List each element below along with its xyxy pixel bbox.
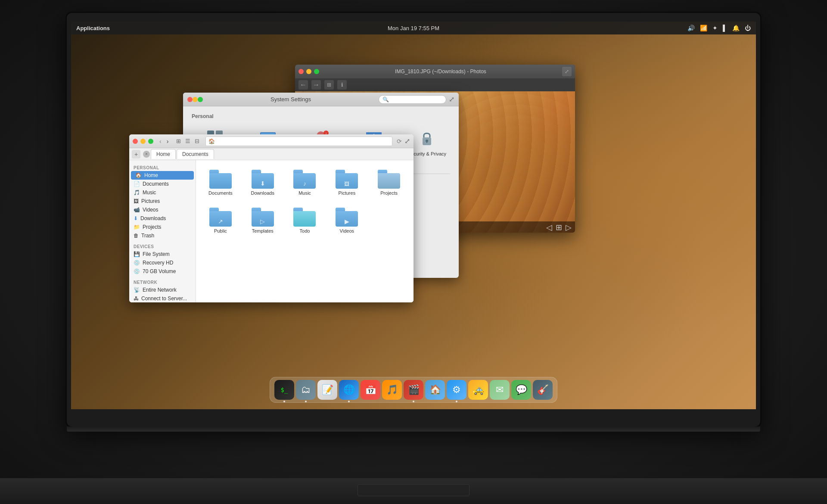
sidebar-item-music[interactable]: 🎵 Music [129, 188, 196, 197]
photos-maximize-button[interactable] [314, 69, 319, 74]
files-refresh-icon[interactable]: ⟳ [397, 138, 402, 145]
folder-templates-icon: ▷ [252, 208, 274, 227]
settings-expand-icon[interactable]: ⤢ [449, 95, 454, 103]
folder-pictures[interactable]: 🖼 Pictures [329, 167, 364, 198]
sidebar-item-documents[interactable]: 📄 Documents [129, 180, 196, 188]
sidebar-item-downloads[interactable]: ⬇ Downloads [129, 214, 196, 223]
files-close-button[interactable] [133, 139, 138, 144]
files-back-button[interactable]: ‹ [158, 137, 163, 146]
dock-item-taxi[interactable]: 🚕 [468, 380, 488, 400]
power-icon[interactable]: ⏻ [745, 25, 751, 31]
trash-sidebar-icon: 🗑 [134, 233, 139, 239]
folder-templates-label: Templates [252, 228, 274, 233]
folder-pictures-icon: 🖼 [336, 170, 358, 189]
sidebar-item-pictures[interactable]: 🖼 Pictures [129, 197, 196, 205]
photos-close-button[interactable] [298, 69, 304, 74]
dock-item-chat[interactable]: 💬 [511, 380, 531, 400]
photos-titlebar: IMG_1810.JPG (~/Downloads) - Photos ⤢ [295, 65, 575, 78]
dock-item-music[interactable]: 🎵 [382, 380, 402, 400]
settings-personal-label: Personal [192, 113, 450, 119]
files-sidebar: Personal 🏠 Home 📄 Documents 🎵 Music [129, 160, 196, 302]
files-minimize-button[interactable] [140, 139, 146, 144]
folder-videos-icon: ▶ [336, 208, 358, 227]
files-grid-view-button[interactable]: ⊞ [174, 137, 183, 145]
bluetooth-icon[interactable]: ✦ [712, 25, 718, 31]
sidebar-item-projects[interactable]: 📁 Projects [129, 223, 196, 231]
sidebar-item-trash[interactable]: 🗑 Trash [129, 231, 196, 240]
battery-icon[interactable]: ▌ [723, 25, 727, 31]
folder-public[interactable]: ↗ Public [203, 205, 238, 236]
files-address-input[interactable] [205, 137, 392, 146]
tab-home[interactable]: Home [151, 149, 176, 159]
sidebar-volume-label: 70 GB Volume [143, 268, 176, 274]
folder-documents[interactable]: Documents [203, 167, 238, 198]
folder-videos[interactable]: ▶ Videos [329, 205, 364, 236]
photos-expand-button[interactable]: ⤢ [562, 67, 572, 76]
terminal-dot [283, 401, 285, 402]
dock-item-video[interactable]: 🎬 [404, 380, 423, 400]
sidebar-item-filesystem[interactable]: 💾 File System [129, 250, 196, 258]
guitar-icon: 🎸 [537, 384, 549, 395]
tab-add-button[interactable]: + [132, 150, 140, 159]
dock-item-guitar[interactable]: 🎸 [533, 380, 553, 400]
tab-home-label: Home [156, 151, 170, 157]
sidebar-item-entire-network[interactable]: 📡 Entire Network [129, 286, 196, 294]
dock-item-notes[interactable]: 🏠 [425, 380, 445, 400]
dock-item-mail[interactable]: ✉ [490, 380, 510, 400]
folder-projects[interactable]: Projects [371, 167, 407, 198]
files-expand-icon[interactable]: ⤢ [404, 137, 410, 145]
files-maximize-button[interactable] [148, 139, 153, 144]
photos-minimize-button[interactable] [306, 69, 311, 74]
dock-item-calendar[interactable]: 📅 [361, 380, 380, 400]
photos-info-icon[interactable]: ℹ [337, 80, 347, 90]
tab-close-button[interactable]: × [143, 151, 150, 158]
sidebar-item-home[interactable]: 🏠 Home [131, 171, 194, 180]
files-forward-button[interactable]: › [165, 137, 171, 146]
menubar: Applications Mon Jan 19 7:55 PM 🔊 📶 ✦ ▌ … [71, 22, 756, 34]
trackpad[interactable] [358, 484, 469, 496]
photos-back-icon[interactable]: ← [298, 80, 308, 90]
dock-item-editor[interactable]: 📝 [317, 380, 337, 400]
files-column-view-button[interactable]: ⊟ [193, 137, 201, 145]
dock-item-settings[interactable]: ⚙ [447, 380, 466, 400]
public-folder-badge: ↗ [218, 218, 223, 225]
photos-next-icon[interactable]: ▷ [566, 223, 572, 232]
notification-icon[interactable]: 🔔 [732, 25, 740, 31]
folder-videos-label: Videos [340, 228, 354, 233]
browser-dot [348, 401, 350, 402]
dock-item-files[interactable]: 🗂 [296, 380, 316, 400]
folder-documents-icon [209, 170, 232, 189]
photos-grid-view-icon[interactable]: ⊞ [556, 223, 562, 232]
wifi-icon[interactable]: 📶 [700, 25, 707, 31]
chat-icon: 💬 [516, 384, 527, 395]
app-menu-label[interactable]: Applications [76, 25, 110, 31]
settings-maximize-button[interactable] [198, 97, 203, 102]
settings-minimize-button[interactable] [193, 97, 198, 102]
dock: $_ 🗂 📝 🌐 📅 🎵 🎬 [270, 377, 557, 403]
folder-templates[interactable]: ▷ Templates [245, 205, 280, 236]
tab-documents[interactable]: Documents [177, 149, 214, 159]
menubar-right: 🔊 📶 ✦ ▌ 🔔 ⏻ [687, 25, 751, 31]
sidebar-item-videos[interactable]: 📹 Videos [129, 205, 196, 214]
calendar-icon: 📅 [365, 384, 376, 395]
sidebar-documents-label: Documents [143, 181, 169, 187]
photos-forward-icon[interactable]: → [311, 80, 321, 90]
terminal-icon: $_ [281, 386, 288, 393]
dock-item-browser[interactable]: 🌐 [339, 380, 359, 400]
files-list-view-button[interactable]: ☰ [183, 137, 192, 145]
folder-downloads[interactable]: ⬇ Downloads [245, 167, 280, 198]
folder-todo[interactable]: Todo [287, 205, 323, 236]
photos-prev-icon[interactable]: ◁ [546, 223, 552, 232]
sidebar-item-recovery[interactable]: 💿 Recovery HD [129, 258, 196, 267]
notes-icon: 🏠 [429, 384, 441, 395]
folder-todo-label: Todo [300, 228, 310, 233]
dock-item-terminal[interactable]: $_ [274, 380, 294, 400]
settings-close-button[interactable] [187, 97, 193, 102]
volume-icon[interactable]: 🔊 [687, 25, 695, 31]
sidebar-item-connect-server[interactable]: 🖧 Connect to Server... [129, 294, 196, 302]
photos-grid-icon[interactable]: ⊞ [324, 80, 334, 90]
folder-music[interactable]: ♪ Music [287, 167, 323, 198]
settings-search-input[interactable] [391, 96, 442, 103]
settings-search-bar[interactable]: 🔍 [379, 95, 446, 104]
sidebar-item-volume[interactable]: 💿 70 GB Volume [129, 267, 196, 276]
